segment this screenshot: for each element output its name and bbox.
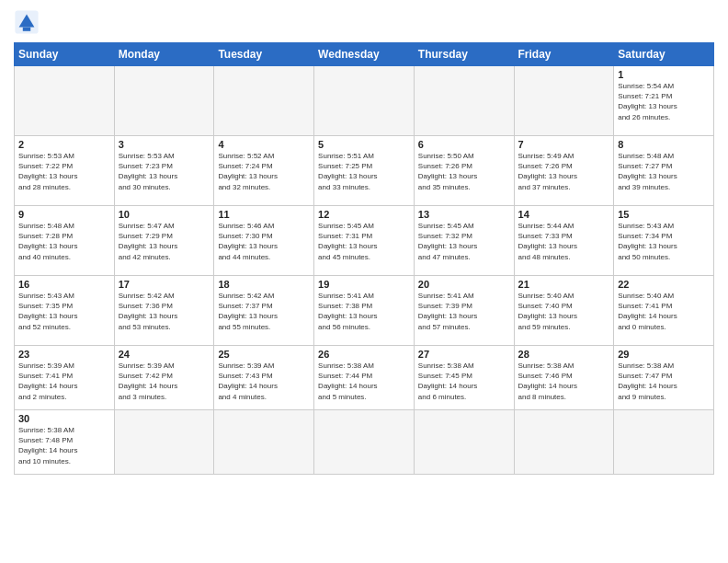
day-number: 10 (119, 209, 210, 220)
table-row: 9Sunrise: 5:48 AM Sunset: 7:28 PM Daylig… (15, 206, 115, 276)
table-row (214, 66, 314, 136)
day-info: Sunrise: 5:39 AM Sunset: 7:41 PM Dayligh… (18, 361, 110, 402)
calendar-row: 1Sunrise: 5:54 AM Sunset: 7:21 PM Daylig… (15, 66, 714, 136)
day-number: 4 (218, 139, 310, 150)
logo-icon (14, 9, 40, 35)
day-info: Sunrise: 5:49 AM Sunset: 7:26 PM Dayligh… (518, 151, 610, 192)
day-info: Sunrise: 5:39 AM Sunset: 7:43 PM Dayligh… (218, 361, 310, 402)
header-tuesday: Tuesday (214, 43, 314, 66)
table-row (214, 410, 314, 475)
table-row: 10Sunrise: 5:47 AM Sunset: 7:29 PM Dayli… (114, 206, 214, 276)
day-number: 29 (618, 349, 710, 360)
day-info: Sunrise: 5:42 AM Sunset: 7:36 PM Dayligh… (119, 291, 210, 332)
table-row (114, 66, 214, 136)
day-info: Sunrise: 5:45 AM Sunset: 7:32 PM Dayligh… (418, 221, 510, 262)
table-row: 2Sunrise: 5:53 AM Sunset: 7:22 PM Daylig… (15, 136, 115, 206)
table-row: 5Sunrise: 5:51 AM Sunset: 7:25 PM Daylig… (314, 136, 415, 206)
day-number: 19 (318, 279, 410, 290)
day-number: 5 (318, 139, 410, 150)
day-info: Sunrise: 5:43 AM Sunset: 7:34 PM Dayligh… (618, 221, 710, 262)
day-info: Sunrise: 5:48 AM Sunset: 7:28 PM Dayligh… (18, 221, 110, 262)
table-row: 7Sunrise: 5:49 AM Sunset: 7:26 PM Daylig… (514, 136, 614, 206)
day-info: Sunrise: 5:52 AM Sunset: 7:24 PM Dayligh… (218, 151, 310, 192)
day-info: Sunrise: 5:40 AM Sunset: 7:41 PM Dayligh… (618, 291, 710, 332)
day-info: Sunrise: 5:46 AM Sunset: 7:30 PM Dayligh… (218, 221, 310, 262)
day-number: 1 (618, 69, 710, 80)
day-info: Sunrise: 5:47 AM Sunset: 7:29 PM Dayligh… (119, 221, 210, 262)
day-info: Sunrise: 5:43 AM Sunset: 7:35 PM Dayligh… (18, 291, 110, 332)
day-number: 13 (418, 209, 510, 220)
table-row (614, 410, 714, 475)
day-info: Sunrise: 5:42 AM Sunset: 7:37 PM Dayligh… (218, 291, 310, 332)
table-row: 29Sunrise: 5:38 AM Sunset: 7:47 PM Dayli… (614, 346, 714, 410)
day-number: 26 (318, 349, 410, 360)
table-row (314, 66, 415, 136)
day-number: 25 (218, 349, 310, 360)
table-row: 18Sunrise: 5:42 AM Sunset: 7:37 PM Dayli… (214, 276, 314, 346)
day-info: Sunrise: 5:38 AM Sunset: 7:48 PM Dayligh… (18, 425, 110, 466)
table-row: 26Sunrise: 5:38 AM Sunset: 7:44 PM Dayli… (314, 346, 415, 410)
day-number: 12 (318, 209, 410, 220)
table-row: 8Sunrise: 5:48 AM Sunset: 7:27 PM Daylig… (614, 136, 714, 206)
logo (14, 9, 43, 35)
day-number: 15 (618, 209, 710, 220)
day-number: 3 (119, 139, 210, 150)
table-row (114, 410, 214, 475)
day-number: 18 (218, 279, 310, 290)
calendar-row: 2Sunrise: 5:53 AM Sunset: 7:22 PM Daylig… (15, 136, 714, 206)
table-row: 24Sunrise: 5:39 AM Sunset: 7:42 PM Dayli… (114, 346, 214, 410)
page: Sunday Monday Tuesday Wednesday Thursday… (0, 0, 728, 563)
day-info: Sunrise: 5:38 AM Sunset: 7:46 PM Dayligh… (518, 361, 610, 402)
day-number: 17 (119, 279, 210, 290)
table-row: 21Sunrise: 5:40 AM Sunset: 7:40 PM Dayli… (514, 276, 614, 346)
table-row: 12Sunrise: 5:45 AM Sunset: 7:31 PM Dayli… (314, 206, 415, 276)
header (14, 9, 714, 35)
day-info: Sunrise: 5:51 AM Sunset: 7:25 PM Dayligh… (318, 151, 410, 192)
table-row: 20Sunrise: 5:41 AM Sunset: 7:39 PM Dayli… (414, 276, 514, 346)
day-number: 28 (518, 349, 610, 360)
calendar: Sunday Monday Tuesday Wednesday Thursday… (14, 42, 714, 475)
day-info: Sunrise: 5:38 AM Sunset: 7:45 PM Dayligh… (418, 361, 510, 402)
table-row: 23Sunrise: 5:39 AM Sunset: 7:41 PM Dayli… (15, 346, 115, 410)
table-row: 1Sunrise: 5:54 AM Sunset: 7:21 PM Daylig… (614, 66, 714, 136)
day-number: 14 (518, 209, 610, 220)
svg-rect-2 (23, 28, 30, 31)
table-row (15, 66, 115, 136)
header-monday: Monday (114, 43, 214, 66)
table-row: 28Sunrise: 5:38 AM Sunset: 7:46 PM Dayli… (514, 346, 614, 410)
day-number: 7 (518, 139, 610, 150)
day-info: Sunrise: 5:38 AM Sunset: 7:47 PM Dayligh… (618, 361, 710, 402)
header-wednesday: Wednesday (314, 43, 415, 66)
calendar-row: 30Sunrise: 5:38 AM Sunset: 7:48 PM Dayli… (15, 410, 714, 475)
day-info: Sunrise: 5:48 AM Sunset: 7:27 PM Dayligh… (618, 151, 710, 192)
day-number: 8 (618, 139, 710, 150)
table-row: 13Sunrise: 5:45 AM Sunset: 7:32 PM Dayli… (414, 206, 514, 276)
table-row: 27Sunrise: 5:38 AM Sunset: 7:45 PM Dayli… (414, 346, 514, 410)
day-number: 16 (18, 279, 110, 290)
header-friday: Friday (514, 43, 614, 66)
calendar-row: 16Sunrise: 5:43 AM Sunset: 7:35 PM Dayli… (15, 276, 714, 346)
day-number: 6 (418, 139, 510, 150)
table-row: 11Sunrise: 5:46 AM Sunset: 7:30 PM Dayli… (214, 206, 314, 276)
table-row: 17Sunrise: 5:42 AM Sunset: 7:36 PM Dayli… (114, 276, 214, 346)
day-info: Sunrise: 5:45 AM Sunset: 7:31 PM Dayligh… (318, 221, 410, 262)
table-row: 3Sunrise: 5:53 AM Sunset: 7:23 PM Daylig… (114, 136, 214, 206)
table-row: 19Sunrise: 5:41 AM Sunset: 7:38 PM Dayli… (314, 276, 415, 346)
day-number: 20 (418, 279, 510, 290)
day-info: Sunrise: 5:38 AM Sunset: 7:44 PM Dayligh… (318, 361, 410, 402)
table-row (514, 66, 614, 136)
table-row: 15Sunrise: 5:43 AM Sunset: 7:34 PM Dayli… (614, 206, 714, 276)
day-number: 11 (218, 209, 310, 220)
day-info: Sunrise: 5:41 AM Sunset: 7:39 PM Dayligh… (418, 291, 510, 332)
day-number: 30 (18, 413, 110, 424)
day-info: Sunrise: 5:50 AM Sunset: 7:26 PM Dayligh… (418, 151, 510, 192)
day-number: 23 (18, 349, 110, 360)
day-info: Sunrise: 5:41 AM Sunset: 7:38 PM Dayligh… (318, 291, 410, 332)
calendar-header-row: Sunday Monday Tuesday Wednesday Thursday… (15, 43, 714, 66)
day-info: Sunrise: 5:53 AM Sunset: 7:23 PM Dayligh… (119, 151, 210, 192)
table-row: 22Sunrise: 5:40 AM Sunset: 7:41 PM Dayli… (614, 276, 714, 346)
day-info: Sunrise: 5:44 AM Sunset: 7:33 PM Dayligh… (518, 221, 610, 262)
table-row: 6Sunrise: 5:50 AM Sunset: 7:26 PM Daylig… (414, 136, 514, 206)
table-row: 30Sunrise: 5:38 AM Sunset: 7:48 PM Dayli… (15, 410, 115, 475)
day-info: Sunrise: 5:39 AM Sunset: 7:42 PM Dayligh… (119, 361, 210, 402)
